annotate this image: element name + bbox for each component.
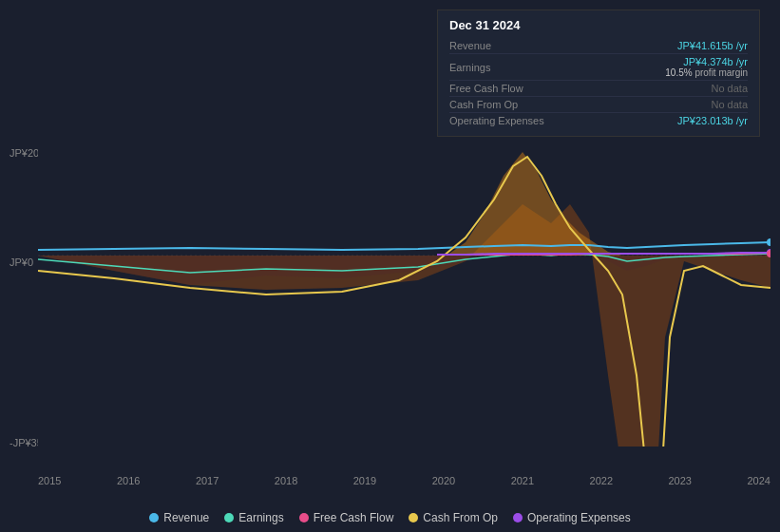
x-label-2024: 2024	[747, 475, 770, 486]
legend-revenue-label: Revenue	[163, 511, 209, 524]
legend-cash-from-op[interactable]: Cash From Op	[409, 511, 498, 524]
legend-earnings[interactable]: Earnings	[224, 511, 283, 524]
y-label-mid: JP¥0	[10, 256, 33, 268]
operating-expenses-dot	[513, 513, 523, 522]
operating-expenses-label: Operating Expenses	[449, 115, 544, 126]
earnings-label: Earnings	[449, 62, 490, 73]
chart-svg	[38, 147, 770, 446]
info-box: Dec 31 2024 Revenue JP¥41.615b /yr Earni…	[437, 10, 760, 137]
cash-from-op-dot	[409, 513, 418, 522]
x-label-2020: 2020	[432, 475, 455, 486]
free-cash-flow-dot	[299, 513, 309, 522]
operating-expenses-row: Operating Expenses JP¥23.013b /yr	[449, 113, 748, 128]
earnings-value: JP¥4.374b /yr	[665, 56, 748, 67]
x-label-2016: 2016	[117, 475, 140, 486]
info-date: Dec 31 2024	[449, 18, 748, 32]
revenue-value: JP¥41.615b /yr	[677, 40, 748, 51]
legend-operating-expenses-label: Operating Expenses	[527, 511, 631, 524]
cash-from-op-label: Cash From Op	[449, 99, 518, 110]
cash-from-op-row: Cash From Op No data	[449, 97, 748, 113]
legend-free-cash-flow-label: Free Cash Flow	[314, 511, 394, 524]
legend-revenue[interactable]: Revenue	[149, 511, 209, 524]
revenue-dot	[149, 513, 159, 522]
x-label-2019: 2019	[353, 475, 376, 486]
chart-container: Dec 31 2024 Revenue JP¥41.615b /yr Earni…	[0, 0, 780, 532]
legend-cash-from-op-label: Cash From Op	[423, 511, 498, 524]
legend-free-cash-flow[interactable]: Free Cash Flow	[299, 511, 394, 524]
x-label-2017: 2017	[196, 475, 219, 486]
free-cash-flow-label: Free Cash Flow	[449, 83, 523, 94]
cash-from-op-value: No data	[711, 99, 748, 110]
legend-earnings-label: Earnings	[238, 511, 283, 524]
x-label-2015: 2015	[38, 475, 61, 486]
revenue-row: Revenue JP¥41.615b /yr	[449, 38, 748, 54]
revenue-label: Revenue	[449, 40, 491, 51]
earnings-dot	[224, 513, 234, 522]
free-cash-flow-value: No data	[711, 83, 748, 94]
legend: Revenue Earnings Free Cash Flow Cash Fro…	[0, 511, 780, 524]
free-cash-flow-row: Free Cash Flow No data	[449, 81, 748, 97]
operating-expenses-value: JP¥23.013b /yr	[677, 115, 748, 126]
x-axis: 2015 2016 2017 2018 2019 2020 2021 2022 …	[38, 475, 770, 486]
x-label-2018: 2018	[275, 475, 297, 486]
x-label-2022: 2022	[590, 475, 613, 486]
x-label-2023: 2023	[669, 475, 692, 486]
earnings-row: Earnings JP¥4.374b /yr 10.5% profit marg…	[449, 54, 748, 81]
profit-margin: 10.5% profit margin	[665, 67, 748, 78]
x-label-2021: 2021	[511, 475, 534, 486]
legend-operating-expenses[interactable]: Operating Expenses	[513, 511, 631, 524]
